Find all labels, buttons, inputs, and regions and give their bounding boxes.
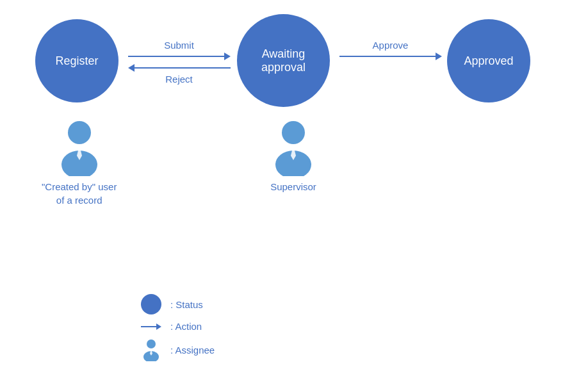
supervisor-person-icon bbox=[268, 118, 319, 176]
submit-arrow bbox=[128, 53, 231, 60]
svg-point-8 bbox=[147, 339, 156, 348]
reject-arrow bbox=[128, 64, 231, 72]
approve-arrow-line bbox=[339, 56, 436, 57]
approve-arrow-head bbox=[436, 53, 442, 60]
register-circle: Register bbox=[35, 19, 118, 102]
approve-arrow bbox=[339, 53, 442, 60]
legend-action-arrow-line bbox=[141, 326, 156, 327]
supervisor-label: Supervisor bbox=[270, 180, 316, 193]
legend-status-item: : Status bbox=[141, 294, 215, 314]
creator-person: "Created by" user of a record bbox=[42, 118, 117, 207]
svg-marker-3 bbox=[78, 144, 81, 149]
reject-arrow-head bbox=[128, 64, 135, 72]
svg-marker-11 bbox=[151, 348, 152, 351]
svg-marker-7 bbox=[292, 144, 295, 149]
awaiting-label: Awaiting approval bbox=[261, 47, 306, 74]
legend-assignee-label: : Assignee bbox=[170, 345, 215, 355]
supervisor-person: Supervisor bbox=[268, 118, 319, 193]
submit-label: Submit bbox=[164, 40, 194, 51]
legend-action-label: : Action bbox=[170, 321, 202, 332]
legend: : Status : Action : Assignee bbox=[141, 294, 215, 361]
register-label: Register bbox=[55, 54, 98, 68]
submit-reject-arrows: Submit Reject bbox=[123, 40, 235, 85]
reject-label: Reject bbox=[165, 74, 193, 85]
submit-arrow-head bbox=[224, 53, 231, 60]
approved-label: Approved bbox=[464, 54, 513, 68]
legend-action-item: : Action bbox=[141, 321, 215, 332]
legend-action-arrow bbox=[141, 323, 161, 330]
diagram-container: Register Submit Reject Awaiting approval… bbox=[0, 0, 579, 392]
approved-circle: Approved bbox=[447, 19, 530, 102]
legend-assignee-item: : Assignee bbox=[141, 338, 215, 361]
legend-action-arrow-head bbox=[156, 323, 161, 330]
legend-status-label: : Status bbox=[170, 299, 203, 310]
awaiting-circle: Awaiting approval bbox=[237, 14, 330, 107]
creator-person-icon bbox=[54, 118, 105, 176]
legend-status-circle bbox=[141, 294, 161, 314]
svg-point-0 bbox=[68, 121, 91, 144]
svg-point-4 bbox=[282, 121, 305, 144]
submit-arrow-line bbox=[128, 56, 224, 57]
approve-label: Approve bbox=[373, 40, 409, 51]
approve-arrow-area: Approve bbox=[334, 40, 446, 60]
creator-label: "Created by" user of a record bbox=[42, 180, 117, 207]
reject-arrow-line bbox=[135, 67, 231, 69]
legend-assignee-icon bbox=[141, 338, 161, 361]
